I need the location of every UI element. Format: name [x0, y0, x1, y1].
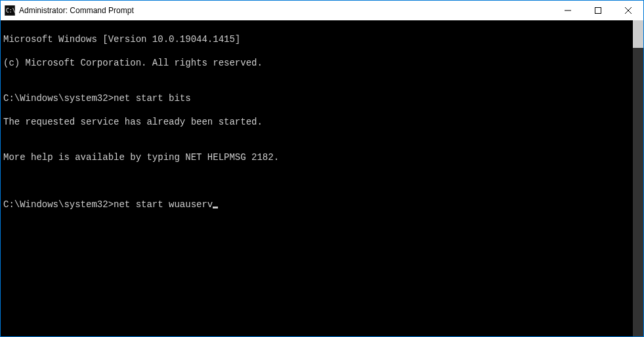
maximize-button[interactable] — [583, 1, 613, 20]
window-title: Administrator: Command Prompt — [19, 6, 553, 15]
prompt-path: C:\Windows\system32> — [3, 199, 114, 210]
command-prompt-window: C:\ Administrator: Command Prompt Micros… — [0, 0, 644, 337]
output-line: The requested service has already been s… — [3, 116, 641, 128]
vertical-scrollbar[interactable] — [633, 20, 643, 336]
svg-rect-4 — [595, 8, 601, 14]
prompt-line: C:\Windows\system32>net start bits — [3, 92, 641, 104]
console-output: Microsoft Windows [Version 10.0.19044.14… — [3, 22, 641, 335]
svg-text:C:\: C:\ — [6, 8, 15, 14]
text-cursor — [213, 207, 218, 208]
output-line: More help is available by typing NET HEL… — [3, 151, 641, 163]
output-line: (c) Microsoft Corporation. All rights re… — [3, 57, 641, 69]
output-line: Microsoft Windows [Version 10.0.19044.14… — [3, 33, 641, 45]
minimize-button[interactable] — [553, 1, 583, 20]
command-text: net start wuauserv — [114, 199, 213, 210]
window-controls — [553, 1, 643, 20]
prompt-line: C:\Windows\system32>net start wuauserv — [3, 199, 641, 210]
close-button[interactable] — [613, 1, 643, 20]
prompt-path: C:\Windows\system32> — [3, 93, 114, 104]
titlebar[interactable]: C:\ Administrator: Command Prompt — [1, 1, 643, 20]
console-viewport[interactable]: Microsoft Windows [Version 10.0.19044.14… — [1, 20, 643, 336]
scrollbar-thumb[interactable] — [633, 20, 643, 48]
cmd-icon: C:\ — [5, 5, 15, 16]
command-text: net start bits — [114, 93, 191, 104]
